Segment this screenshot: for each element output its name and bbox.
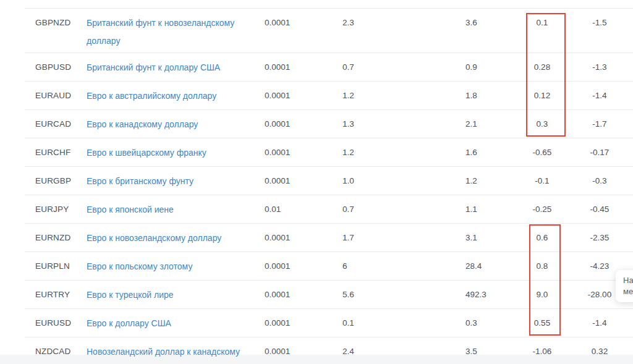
value-cell: 0.9 [465, 59, 505, 76]
instrument-link[interactable]: Британский фунт к новозеландскому доллар… [87, 18, 234, 46]
value-cell: 0.0001 [265, 59, 342, 76]
table-row: EURTRY Евро к турецкой лире 0.0001 5.6 4… [25, 280, 633, 308]
table-row: GBPUSD Британский фунт к доллару США 0.0… [25, 53, 633, 81]
instrument-link[interactable]: Евро к британскому фунту [87, 176, 193, 186]
ticker-cell: EURPLN [35, 258, 87, 275]
table-row: EURGBP Евро к британскому фунту 0.0001 1… [25, 166, 633, 195]
value-cell: 0.32 [579, 343, 620, 360]
value-cell: 0.28 [505, 59, 579, 76]
instrument-name-cell: Евро к австралийскому доллару [87, 87, 265, 105]
value-cell: 0.0001 [265, 229, 342, 247]
value-cell: 1.6 [465, 144, 505, 161]
edge-tooltip-line-1: На [623, 275, 633, 286]
value-cell: -0.25 [505, 201, 579, 218]
table-row: EURCAD Евро к канадскому доллару 0.0001 … [25, 109, 633, 138]
edge-tooltip-line-2: ме [623, 286, 633, 297]
instrument-name-cell: Евро к британскому фунту [87, 172, 265, 190]
value-cell: 0.12 [505, 87, 579, 104]
value-cell: 0.3 [465, 315, 505, 332]
value-cell: 0.3 [505, 116, 579, 133]
value-cell: 0.0001 [265, 116, 342, 133]
value-cell: 1.1 [465, 201, 505, 218]
value-cell: 0.1 [505, 14, 579, 32]
value-cell: 1.2 [465, 172, 505, 190]
instrument-link[interactable]: Евро к японской иене [87, 205, 174, 214]
value-cell: 28.4 [465, 258, 505, 275]
value-cell: 1.2 [342, 87, 465, 104]
value-cell: -0.65 [505, 144, 579, 161]
ticker-cell: EURGBP [35, 172, 87, 190]
table-row: EURAUD Евро к австралийскому доллару 0.0… [25, 81, 633, 109]
instrument-link[interactable]: Новозеландский доллар к канадскому долла… [87, 347, 240, 364]
instrument-name-cell: Евро к швейцарскому франку [87, 144, 265, 162]
value-cell: -28.00 [579, 286, 620, 303]
value-cell: 0.01 [265, 201, 342, 218]
value-cell: 9.0 [505, 286, 579, 303]
value-cell: 0.7 [342, 201, 465, 218]
instrument-name-cell: Евро к канадскому доллару [87, 116, 265, 133]
instrument-link[interactable]: Евро к канадскому доллару [87, 119, 198, 129]
instrument-link[interactable]: Евро к доллару США [87, 318, 171, 328]
instrument-name-cell: Евро к турецкой лире [87, 286, 265, 304]
instruments-page: GBPNZD Британский фунт к новозеландскому… [0, 0, 633, 364]
ticker-cell: EURCHF [35, 144, 87, 161]
value-cell: -1.7 [579, 116, 620, 133]
value-cell: 0.1 [342, 315, 465, 332]
value-cell: 1.7 [342, 229, 465, 247]
value-cell: -0.3 [579, 172, 620, 190]
value-cell: -1.4 [579, 87, 620, 104]
value-cell: -1.3 [579, 59, 620, 76]
value-cell: 0.0001 [265, 286, 342, 303]
value-cell: 3.6 [465, 14, 505, 32]
value-cell: 2.4 [342, 343, 465, 360]
table-row: GBPNZD Британский фунт к новозеландскому… [25, 8, 633, 53]
instrument-link[interactable]: Евро к польскому злотому [87, 261, 192, 271]
instrument-name-cell: Британский фунт к новозеландскому доллар… [87, 14, 265, 50]
table-row: EURCHF Евро к швейцарскому франку 0.0001… [25, 138, 633, 166]
value-cell: 0.6 [505, 229, 579, 247]
ticker-cell: NZDCAD [35, 343, 87, 360]
instrument-link[interactable]: Евро к новозеландскому доллару [87, 233, 221, 243]
value-cell: 1.0 [342, 172, 465, 190]
value-cell: 3.1 [465, 229, 505, 247]
value-cell: -0.45 [579, 201, 620, 218]
value-cell: 1.2 [342, 144, 465, 161]
instrument-link[interactable]: Евро к швейцарскому франку [87, 148, 206, 158]
instrument-name-cell: Евро к новозеландскому доллару [87, 229, 265, 247]
value-cell: 492.3 [465, 286, 505, 303]
value-cell: 0.0001 [265, 14, 342, 32]
edge-tooltip: На ме [616, 270, 633, 302]
ticker-cell: GBPUSD [35, 59, 87, 76]
table-row: NZDCAD Новозеландский доллар к канадском… [25, 337, 633, 364]
value-cell: 0.0001 [265, 172, 342, 190]
instrument-name-cell: Евро к польскому злотому [87, 258, 265, 276]
value-cell: 0.0001 [265, 258, 342, 275]
value-cell: 1.3 [342, 116, 465, 133]
ticker-cell: EURTRY [35, 286, 87, 303]
ticker-cell: GBPNZD [35, 14, 87, 32]
value-cell: 2.1 [465, 116, 505, 133]
instrument-link[interactable]: Евро к турецкой лире [87, 290, 174, 300]
value-cell: 5.6 [342, 286, 465, 303]
value-cell: 0.0001 [265, 87, 342, 104]
value-cell: 0.55 [505, 315, 579, 332]
value-cell: 3.5 [465, 343, 505, 360]
instrument-name-cell: Евро к японской иене [87, 201, 265, 219]
value-cell: 0.0001 [265, 144, 342, 161]
ticker-cell: EURUSD [35, 315, 87, 332]
value-cell: 0.8 [505, 258, 579, 275]
value-cell: 0.7 [342, 59, 465, 76]
instrument-name-cell: Британский фунт к доллару США [87, 59, 265, 77]
fx-table: GBPNZD Британский фунт к новозеландскому… [25, 8, 633, 364]
value-cell: 2.3 [342, 14, 465, 32]
ticker-cell: EURCAD [35, 116, 87, 133]
value-cell: -4.23 [579, 258, 620, 275]
value-cell: -1.06 [505, 343, 579, 360]
ticker-cell: EURAUD [35, 87, 87, 104]
value-cell: -0.17 [579, 144, 620, 161]
table-row: EURUSD Евро к доллару США 0.0001 0.1 0.3… [25, 308, 633, 337]
value-cell: 0.0001 [265, 343, 342, 360]
instrument-link[interactable]: Британский фунт к доллару США [87, 62, 220, 72]
instrument-name-cell: Евро к доллару США [87, 315, 265, 332]
instrument-link[interactable]: Евро к австралийскому доллару [87, 91, 216, 101]
